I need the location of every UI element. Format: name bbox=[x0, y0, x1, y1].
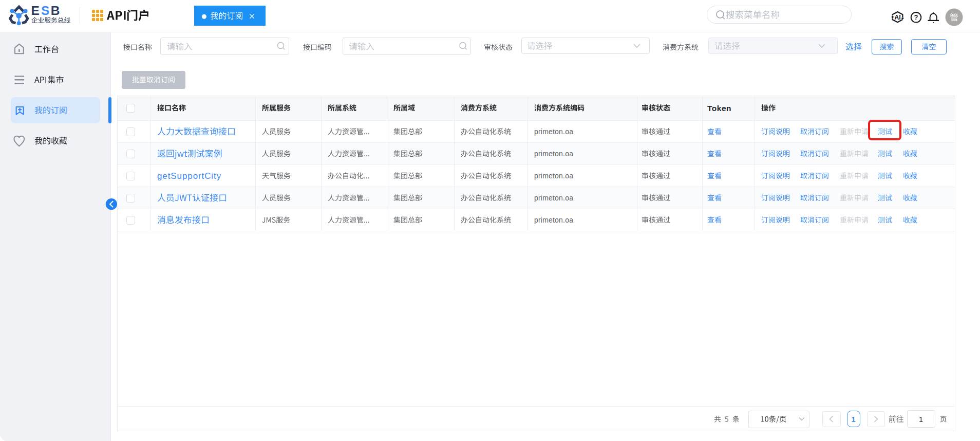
svg-text:primeton.oa: primeton.oa bbox=[534, 172, 573, 180]
svg-text:1: 1 bbox=[919, 415, 923, 424]
svg-text:primeton.oa: primeton.oa bbox=[534, 150, 573, 158]
svg-text:Token: Token bbox=[707, 104, 731, 113]
svg-text:?: ? bbox=[914, 13, 918, 21]
svg-text:primeton.oa: primeton.oa bbox=[534, 216, 573, 224]
svg-text:E: E bbox=[31, 4, 40, 17]
svg-text:1: 1 bbox=[851, 415, 855, 424]
svg-text:primeton.oa: primeton.oa bbox=[534, 127, 573, 136]
svg-text:S: S bbox=[41, 4, 49, 17]
svg-text:getSupportCity: getSupportCity bbox=[157, 171, 221, 181]
svg-text:B: B bbox=[51, 4, 60, 17]
svg-text:AI: AI bbox=[894, 14, 901, 21]
svg-text:primeton.oa: primeton.oa bbox=[534, 194, 573, 202]
